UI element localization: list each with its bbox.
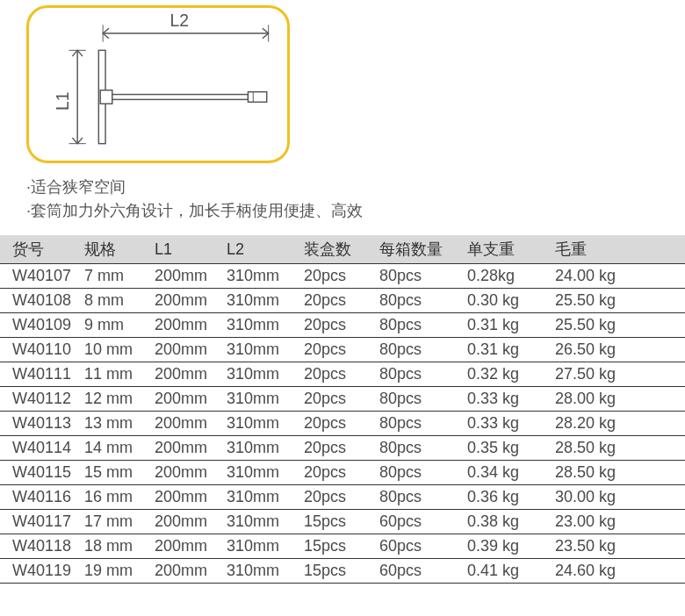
table-cell: 310mm: [221, 436, 299, 461]
th-item-no: 货号: [0, 235, 79, 264]
table-cell: 9 mm: [79, 313, 149, 338]
table-cell: W40108: [0, 289, 79, 313]
table-cell: 200mm: [149, 387, 221, 412]
table-cell: 0.38 kg: [462, 510, 550, 534]
table-cell: 200mm: [149, 534, 221, 559]
table-cell: 200mm: [149, 412, 221, 436]
table-cell: W40112: [0, 387, 79, 412]
table-body: W401077 mm200mm310mm20pcs80pcs0.28kg24.0…: [0, 264, 685, 584]
table-cell: 17 mm: [79, 510, 149, 534]
table-cell: 0.30 kg: [462, 289, 550, 313]
table-cell: 15pcs: [299, 559, 374, 584]
table-cell: 0.36 kg: [462, 485, 550, 510]
svg-rect-9: [248, 92, 266, 103]
table-cell: 80pcs: [374, 461, 462, 485]
feature-line: ·套筒加力外六角设计，加长手柄使用便捷、高效: [26, 199, 685, 223]
table-cell: 310mm: [221, 534, 299, 559]
svg-rect-7: [100, 90, 112, 104]
table-cell: 0.35 kg: [462, 436, 550, 461]
table-header-row: 货号 规格 L1 L2 装盒数 每箱数量 单支重 毛重: [0, 235, 685, 264]
l2-label: L2: [169, 11, 189, 30]
table-cell: 200mm: [149, 461, 221, 485]
table-cell: 25.50 kg: [550, 289, 685, 313]
table-row: W401088 mm200mm310mm20pcs80pcs0.30 kg25.…: [0, 289, 685, 313]
table-cell: 20pcs: [299, 412, 374, 436]
table-cell: 28.50 kg: [550, 461, 685, 485]
table-row: W4011111 mm200mm310mm20pcs80pcs0.32 kg27…: [0, 362, 685, 387]
feature-line: ·适合狭窄空间: [26, 175, 685, 199]
table-cell: 80pcs: [374, 387, 462, 412]
table-cell: W40119: [0, 559, 79, 584]
table-cell: 80pcs: [374, 412, 462, 436]
table-cell: 28.20 kg: [550, 412, 685, 436]
table-cell: 16 mm: [79, 485, 149, 510]
table-cell: 0.28kg: [462, 264, 550, 289]
table-cell: 15pcs: [299, 534, 374, 559]
table-cell: 310mm: [221, 461, 299, 485]
table-cell: 0.31 kg: [462, 338, 550, 362]
table-cell: 0.31 kg: [462, 313, 550, 338]
table-cell: 23.50 kg: [550, 534, 685, 559]
table-cell: W40114: [0, 436, 79, 461]
table-row: W4011010 mm200mm310mm20pcs80pcs0.31 kg26…: [0, 338, 685, 362]
table-row: W401077 mm200mm310mm20pcs80pcs0.28kg24.0…: [0, 264, 685, 289]
diagram-box: L2 L1: [26, 5, 290, 163]
table-cell: 200mm: [149, 436, 221, 461]
table-cell: 80pcs: [374, 436, 462, 461]
table-cell: 310mm: [221, 313, 299, 338]
table-cell: W40117: [0, 510, 79, 534]
table-cell: 200mm: [149, 485, 221, 510]
table-cell: W40107: [0, 264, 79, 289]
table-row: W4011616 mm200mm310mm20pcs80pcs0.36 kg30…: [0, 485, 685, 510]
table-cell: 13 mm: [79, 412, 149, 436]
diagram-svg: L2 L1: [29, 8, 287, 161]
table-cell: 24.00 kg: [550, 264, 685, 289]
th-unit-weight: 单支重: [462, 235, 550, 264]
table-cell: 200mm: [149, 338, 221, 362]
table-cell: 310mm: [221, 338, 299, 362]
table-cell: 200mm: [149, 510, 221, 534]
table-cell: 0.33 kg: [462, 412, 550, 436]
table-cell: 15 mm: [79, 461, 149, 485]
table-cell: 200mm: [149, 362, 221, 387]
th-gross-weight: 毛重: [550, 235, 685, 264]
table-cell: 20pcs: [299, 387, 374, 412]
table-cell: 310mm: [221, 362, 299, 387]
table-cell: 0.41 kg: [462, 559, 550, 584]
th-l2: L2: [221, 235, 299, 264]
table-cell: W40116: [0, 485, 79, 510]
table-cell: 26.50 kg: [550, 338, 685, 362]
table-cell: 19 mm: [79, 559, 149, 584]
table-row: W4011414 mm200mm310mm20pcs80pcs0.35 kg28…: [0, 436, 685, 461]
table-cell: 310mm: [221, 412, 299, 436]
table-cell: 20pcs: [299, 461, 374, 485]
table-cell: 310mm: [221, 559, 299, 584]
features-list: ·适合狭窄空间 ·套筒加力外六角设计，加长手柄使用便捷、高效: [0, 163, 685, 235]
table-cell: 8 mm: [79, 289, 149, 313]
table-cell: 20pcs: [299, 289, 374, 313]
table-cell: 20pcs: [299, 362, 374, 387]
table-cell: 200mm: [149, 559, 221, 584]
table-cell: 18 mm: [79, 534, 149, 559]
table-cell: 30.00 kg: [550, 485, 685, 510]
table-cell: 25.50 kg: [550, 313, 685, 338]
table-cell: 20pcs: [299, 264, 374, 289]
table-cell: 80pcs: [374, 362, 462, 387]
table-cell: 60pcs: [374, 559, 462, 584]
table-cell: 20pcs: [299, 436, 374, 461]
table-row: W4011717 mm200mm310mm15pcs60pcs0.38 kg23…: [0, 510, 685, 534]
table-cell: 60pcs: [374, 510, 462, 534]
table-cell: 200mm: [149, 289, 221, 313]
diagram-area: L2 L1: [0, 0, 685, 163]
table-cell: 0.34 kg: [462, 461, 550, 485]
table-cell: 14 mm: [79, 436, 149, 461]
table-cell: 20pcs: [299, 313, 374, 338]
table-row: W4011212 mm200mm310mm20pcs80pcs0.33 kg28…: [0, 387, 685, 412]
th-l1: L1: [149, 235, 221, 264]
l1-label: L1: [54, 92, 73, 111]
table-cell: 20pcs: [299, 485, 374, 510]
table-row: W4011818 mm200mm310mm15pcs60pcs0.39 kg23…: [0, 534, 685, 559]
table-cell: 28.00 kg: [550, 387, 685, 412]
table-cell: 7 mm: [79, 264, 149, 289]
table-cell: 0.32 kg: [462, 362, 550, 387]
